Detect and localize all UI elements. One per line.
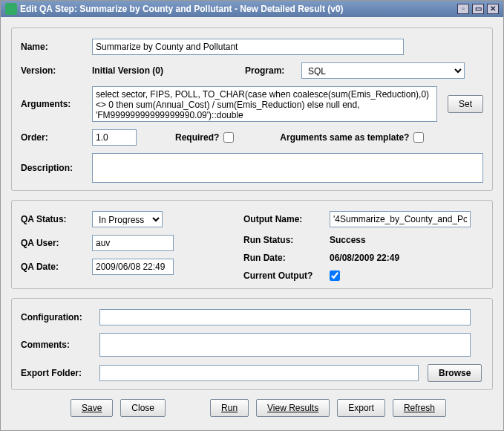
qa-user-field[interactable]	[92, 235, 174, 251]
description-field[interactable]	[92, 153, 483, 183]
qa-status-select[interactable]: In Progress	[92, 211, 163, 227]
output-name-label: Output Name:	[243, 214, 325, 224]
close-button[interactable]: Close	[120, 399, 166, 417]
order-field[interactable]	[92, 129, 137, 146]
program-select[interactable]: SQL	[301, 62, 465, 79]
args-template-checkbox[interactable]	[413, 132, 424, 143]
refresh-button[interactable]: Refresh	[393, 399, 446, 417]
run-date-label: Run Date:	[243, 253, 325, 263]
run-button[interactable]: Run	[210, 399, 249, 417]
config-label: Configuration:	[21, 312, 95, 323]
qa-user-label: QA User:	[21, 238, 88, 248]
run-status-value: Success	[330, 235, 366, 245]
window-title: Edit QA Step: Summarize by County and Po…	[20, 4, 454, 14]
button-bar: Save Close Run View Results Export Refre…	[1, 395, 503, 421]
qa-date-field[interactable]	[92, 259, 174, 275]
name-label: Name:	[21, 42, 88, 52]
order-label: Order:	[21, 132, 88, 143]
set-button[interactable]: Set	[448, 95, 483, 113]
version-label: Version:	[21, 65, 88, 76]
run-status-label: Run Status:	[243, 235, 325, 245]
section-qa-status: QA Status: In Progress QA User: QA Date:	[11, 200, 493, 289]
maximize-icon[interactable]: ▭	[472, 4, 484, 14]
dialog-window: Edit QA Step: Summarize by County and Po…	[0, 0, 504, 431]
config-field[interactable]	[99, 309, 471, 325]
titlebar: Edit QA Step: Summarize by County and Po…	[1, 1, 503, 17]
name-field[interactable]	[92, 39, 404, 55]
view-results-button[interactable]: View Results	[256, 399, 330, 417]
browse-button[interactable]: Browse	[428, 364, 482, 382]
content-area: Name: Version: Initial Version (0) Progr…	[1, 17, 503, 395]
current-output-checkbox[interactable]	[330, 270, 340, 281]
minimize-icon[interactable]: ▫	[457, 4, 469, 14]
arguments-label: Arguments:	[21, 99, 88, 109]
current-output-label: Current Output?	[243, 270, 325, 281]
section-definition: Name: Version: Initial Version (0) Progr…	[11, 27, 493, 191]
comments-label: Comments:	[21, 340, 95, 350]
args-template-label: Arguments same as template?	[280, 132, 409, 143]
close-icon[interactable]: ✕	[487, 4, 499, 14]
export-label: Export Folder:	[21, 368, 95, 378]
section-config: Configuration: Comments: Export Folder: …	[11, 298, 493, 390]
comments-field[interactable]	[99, 333, 471, 357]
qa-status-label: QA Status:	[21, 214, 88, 224]
app-icon	[5, 3, 17, 15]
required-checkbox[interactable]	[223, 132, 234, 143]
program-label: Program:	[245, 65, 297, 76]
required-label: Required?	[175, 132, 219, 143]
save-button[interactable]: Save	[71, 399, 113, 417]
output-name-field[interactable]	[330, 211, 471, 227]
version-value: Initial Version (0)	[92, 65, 240, 76]
qa-date-label: QA Date:	[21, 262, 88, 272]
export-folder-field[interactable]	[99, 365, 419, 381]
export-button[interactable]: Export	[337, 399, 385, 417]
run-date-value: 06/08/2009 22:49	[330, 253, 399, 263]
description-label: Description:	[21, 163, 88, 173]
arguments-field[interactable]: select sector, FIPS, POLL, TO_CHAR(case …	[92, 86, 437, 122]
